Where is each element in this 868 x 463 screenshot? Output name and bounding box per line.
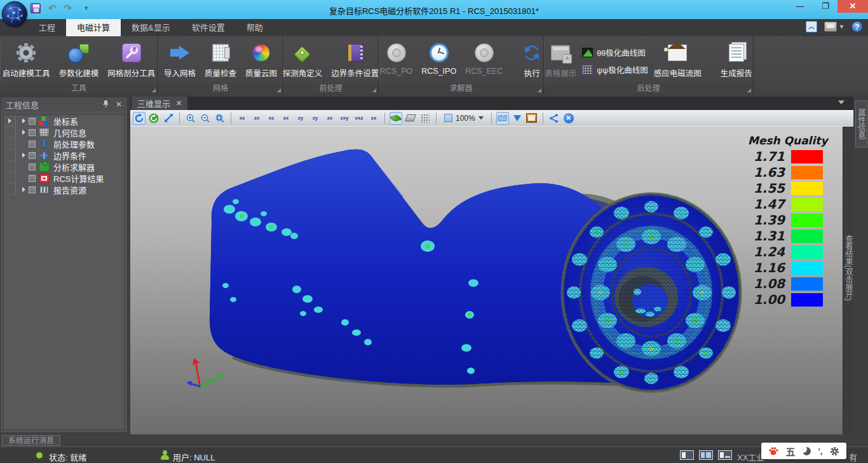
- button-label: 质量云图: [245, 67, 277, 79]
- tree-item-geometry-info[interactable]: 几何信息: [4, 127, 124, 138]
- view-xz-button[interactable]: xz: [236, 112, 248, 125]
- zoom-fit-button[interactable]: [214, 112, 226, 125]
- group-expand-icon[interactable]: [277, 88, 281, 92]
- view-iso2-button[interactable]: vxz: [353, 112, 365, 125]
- redo-icon[interactable]: ↷: [64, 3, 72, 13]
- expand-icon[interactable]: [22, 153, 25, 158]
- generate-report-button[interactable]: 生成报告: [717, 39, 756, 83]
- restore-button[interactable]: ❐: [816, 0, 835, 13]
- quality-cloud-button[interactable]: 质量云图: [242, 39, 280, 83]
- rotate-view-button[interactable]: [133, 112, 146, 125]
- view-zy-button[interactable]: zy: [294, 112, 307, 125]
- close-button[interactable]: ✕: [837, 0, 868, 13]
- checkbox[interactable]: [29, 175, 36, 182]
- view-zx-button[interactable]: zx: [250, 112, 263, 125]
- zoom-in-button[interactable]: [184, 112, 197, 125]
- tab-help[interactable]: 帮助: [236, 19, 274, 36]
- ime-mode-toggle[interactable]: 五: [786, 445, 796, 458]
- tree-item-boundary-conditions[interactable]: 边界条件: [4, 149, 124, 161]
- undo-icon[interactable]: ↶: [48, 3, 57, 13]
- image-gallery-button[interactable]: [526, 112, 538, 125]
- view-zx2-button[interactable]: zx: [280, 112, 292, 125]
- checkbox[interactable]: [29, 152, 36, 159]
- checkbox[interactable]: [29, 163, 36, 170]
- fit-expand-button[interactable]: [162, 112, 175, 125]
- induced-current-button[interactable]: 感应电磁流图: [651, 39, 705, 83]
- checkbox[interactable]: [29, 118, 36, 125]
- close-icon[interactable]: ✕: [116, 100, 122, 109]
- minimize-button[interactable]: —: [790, 0, 810, 13]
- tree-item-coordinate-system[interactable]: 坐标系: [4, 115, 124, 127]
- checkbox[interactable]: [29, 129, 36, 136]
- tree-item-preprocess-params[interactable]: T 前处理参数: [4, 138, 124, 149]
- expand-icon[interactable]: [22, 130, 25, 135]
- ime-paw-icon[interactable]: [768, 446, 778, 455]
- tab-data-display[interactable]: 数据&显示: [121, 19, 181, 36]
- ime-gear-icon[interactable]: [830, 446, 839, 456]
- view-xz2-button[interactable]: xz: [265, 112, 278, 125]
- expand-icon[interactable]: [22, 118, 25, 123]
- checkbox[interactable]: [29, 141, 36, 148]
- collapse-ribbon-icon[interactable]: ︿: [806, 21, 817, 32]
- points-mode-button[interactable]: [419, 112, 431, 125]
- expand-icon[interactable]: [22, 187, 25, 192]
- detect-angle-button[interactable]: 探测角定义: [280, 39, 326, 83]
- tab-em-computation[interactable]: 电磁计算: [66, 19, 121, 36]
- zoom-level-select[interactable]: 100%: [441, 113, 487, 124]
- property-info-tab[interactable]: 属性信息: [855, 100, 867, 148]
- button-label: ψψ极化曲线图: [597, 64, 648, 76]
- save-icon[interactable]: [31, 3, 41, 13]
- save-view-button[interactable]: [511, 112, 524, 125]
- tree-item-rcs-results[interactable]: RCS计算结果: [4, 172, 124, 184]
- group-expand-icon[interactable]: [747, 88, 751, 92]
- ime-moon-icon[interactable]: [803, 447, 811, 455]
- meshing-tool-button[interactable]: 网格剖分工具: [104, 39, 158, 83]
- view-zx3-button[interactable]: zx: [323, 112, 336, 125]
- zoom-out-button[interactable]: [199, 112, 212, 125]
- system-messages-tab[interactable]: 系统运行消息: [2, 435, 60, 446]
- rcs-ipo-button[interactable]: RCS_IPO: [418, 39, 459, 83]
- launch-modeling-button[interactable]: 启动建模工具: [0, 39, 53, 83]
- shaded-mode-button[interactable]: [390, 112, 402, 125]
- wireframe-mode-button[interactable]: [404, 112, 417, 125]
- close-icon[interactable]: ✕: [176, 99, 182, 107]
- model-3d[interactable]: [130, 127, 843, 434]
- snapshot-button[interactable]: [496, 112, 509, 125]
- group-expand-icon[interactable]: [372, 88, 376, 92]
- share-view-button[interactable]: [548, 112, 560, 125]
- group-expand-icon[interactable]: [152, 88, 156, 92]
- results-collapsed-bar[interactable]: 查看结果(双击展开): [843, 127, 853, 434]
- clear-view-button[interactable]: ✕: [562, 112, 575, 125]
- style-switcher[interactable]: ▼: [824, 22, 844, 32]
- layout-bottom-icon[interactable]: [718, 450, 732, 460]
- layout-split-icon[interactable]: [699, 450, 713, 460]
- view-iso3-button[interactable]: zx: [367, 112, 380, 125]
- rcs-eec-button[interactable]: RCS_EEC: [462, 39, 506, 83]
- parametric-modeling-button[interactable]: 参数化建模: [56, 39, 102, 83]
- ime-punctuation-icon[interactable]: ’,: [818, 446, 822, 456]
- psi-polarization-curve-button[interactable]: ψψ极化曲线图: [582, 64, 648, 76]
- table-display-button[interactable]: 表格展示: [541, 39, 580, 83]
- help-icon[interactable]: ?: [851, 21, 863, 32]
- group-expand-icon[interactable]: [538, 88, 541, 92]
- view-iso1-button[interactable]: zxy: [338, 112, 351, 125]
- qat-dropdown-icon[interactable]: ▼: [83, 5, 89, 11]
- quality-check-button[interactable]: 质量检查: [201, 39, 240, 83]
- checkbox[interactable]: [29, 186, 36, 193]
- pin-icon[interactable]: [102, 100, 109, 109]
- rcs-po-button[interactable]: RCS_PO: [377, 39, 416, 83]
- view-zy2-button[interactable]: zy: [309, 112, 322, 125]
- 3d-canvas[interactable]: Mesh Quality 1.71 1.63 1.55 1.47 1.39 1.…: [130, 127, 843, 434]
- boundary-settings-button[interactable]: 边界条件设置: [328, 39, 382, 83]
- tab-project[interactable]: 工程: [28, 19, 66, 36]
- tab-3d-display[interactable]: 三维显示 ✕: [132, 97, 187, 110]
- tree-item-analysis-solver[interactable]: 分析求解器: [4, 161, 124, 172]
- layout-left-icon[interactable]: [680, 450, 694, 460]
- refresh-view-button[interactable]: [147, 112, 160, 125]
- theta-polarization-curve-button[interactable]: θθ极化曲线图: [582, 46, 648, 59]
- tree-item-report-resources[interactable]: 报告资源: [4, 184, 124, 195]
- tab-software-settings[interactable]: 软件设置: [181, 19, 236, 36]
- import-mesh-button[interactable]: 导入网格: [161, 39, 199, 83]
- tab-list-dropdown-icon[interactable]: [838, 100, 844, 104]
- legend-swatch: [791, 277, 823, 291]
